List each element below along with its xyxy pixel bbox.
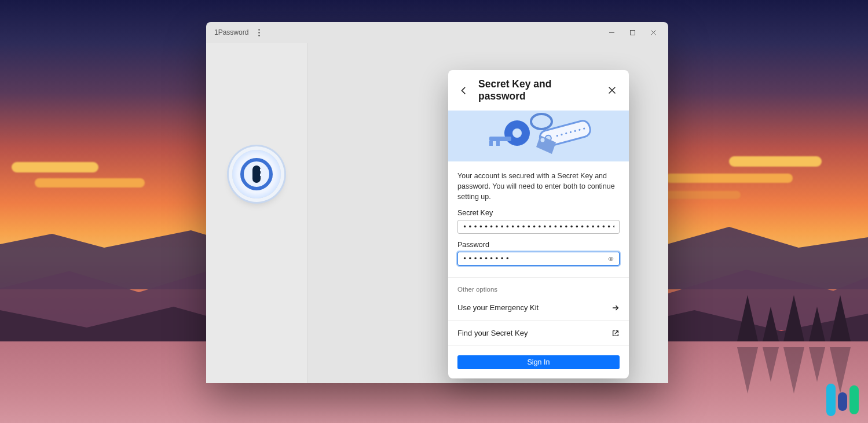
svg-rect-9 (496, 141, 500, 146)
svg-rect-8 (489, 141, 493, 146)
app-body: Secret Key and password (206, 43, 668, 383)
option-emergency-kit-label: Use your Emergency Kit (457, 303, 539, 312)
back-button[interactable] (456, 83, 471, 98)
maximize-icon (629, 30, 636, 36)
cloud-decoration (729, 156, 822, 167)
password-label: Password (457, 241, 620, 249)
modal-description: Your account is secured with a Secret Ke… (457, 171, 620, 202)
app-title: 1Password (211, 28, 248, 36)
modal-close-button[interactable] (605, 83, 620, 98)
brand-logo-bar (849, 385, 859, 414)
modal-header: Secret Key and password (448, 70, 629, 111)
cloud-decoration (12, 162, 98, 172)
option-emergency-kit[interactable]: Use your Emergency Kit (448, 295, 629, 320)
svg-point-19 (541, 138, 545, 142)
tree-row (737, 295, 851, 341)
left-pane (206, 43, 307, 383)
secret-key-label: Secret Key (457, 209, 620, 217)
kebab-icon (258, 29, 260, 36)
secret-key-input[interactable] (457, 220, 620, 234)
keys-illustration-icon (472, 111, 605, 161)
close-icon (609, 87, 616, 94)
option-find-secret-key-label: Find your Secret Key (457, 329, 528, 337)
other-options-section: Other options Use your Emergency Kit Fin… (448, 277, 629, 345)
brand-logo-bar (838, 392, 847, 411)
password-input[interactable] (457, 252, 620, 266)
cloud-decoration (665, 174, 793, 183)
desktop-wallpaper: 1Password (0, 0, 868, 423)
window-maximize-button[interactable] (622, 24, 643, 41)
svg-rect-7 (489, 137, 511, 141)
close-icon (650, 30, 657, 36)
toggle-password-visibility-button[interactable] (605, 252, 617, 265)
svg-point-2 (258, 35, 260, 36)
signin-modal: Secret Key and password (448, 70, 629, 378)
window-minimize-button[interactable] (601, 24, 622, 41)
svg-point-6 (512, 128, 522, 138)
brand-logo-bar (826, 384, 836, 416)
svg-point-0 (258, 29, 260, 31)
external-link-icon (611, 329, 620, 337)
modal-title: Secret Key and password (478, 78, 598, 102)
titlebar[interactable]: 1Password (206, 22, 668, 43)
modal-illustration (448, 111, 629, 161)
svg-point-20 (610, 258, 612, 260)
cloud-decoration (660, 191, 741, 199)
arrow-left-icon (460, 86, 468, 95)
minimize-icon (609, 30, 615, 36)
arrow-right-icon (611, 304, 620, 312)
option-find-secret-key[interactable]: Find your Secret Key (448, 320, 629, 345)
onepassword-logo (232, 150, 281, 198)
app-window: 1Password (206, 22, 668, 383)
svg-point-1 (258, 32, 260, 34)
sign-in-button[interactable]: Sign In (457, 355, 620, 369)
other-options-label: Other options (448, 278, 629, 295)
window-close-button[interactable] (643, 24, 664, 41)
cloud-decoration (35, 178, 145, 187)
eye-icon (608, 254, 614, 264)
svg-point-4 (531, 114, 552, 129)
svg-rect-3 (630, 30, 635, 35)
right-pane: Secret Key and password (307, 43, 668, 383)
more-options-button[interactable] (252, 25, 266, 39)
brand-logo (826, 384, 859, 416)
modal-footer: Sign In (448, 345, 629, 378)
modal-form: Your account is secured with a Secret Ke… (448, 161, 629, 267)
